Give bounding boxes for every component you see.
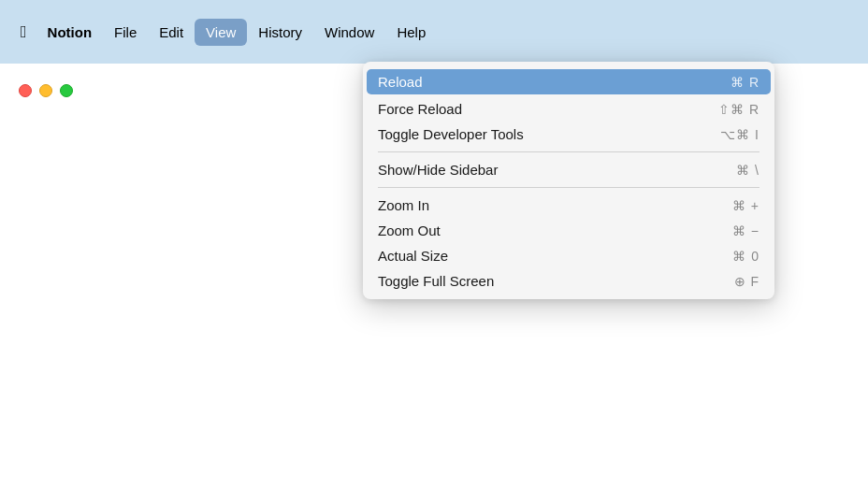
file-menu-item[interactable]: File bbox=[103, 19, 148, 46]
apple-menu-item[interactable]:  bbox=[11, 17, 36, 48]
menu-item-toggle-fullscreen-label: Toggle Full Screen bbox=[378, 273, 494, 289]
menu-item-show-hide-sidebar[interactable]: Show/Hide Sidebar ⌘ \ bbox=[363, 157, 774, 182]
menu-item-zoom-out-label: Zoom Out bbox=[378, 223, 441, 238]
menu-item-reload[interactable]: Reload ⌘ R bbox=[367, 69, 771, 94]
menu-item-zoom-out[interactable]: Zoom Out ⌘ − bbox=[363, 218, 774, 243]
menu-item-force-reload-shortcut: ⇧⌘ R bbox=[718, 102, 760, 117]
menu-item-reload-label: Reload bbox=[378, 74, 423, 90]
menu-item-actual-size-shortcut: ⌘ 0 bbox=[732, 249, 760, 264]
menu-item-zoom-in-shortcut: ⌘ + bbox=[732, 198, 760, 213]
history-menu-item[interactable]: History bbox=[247, 19, 313, 46]
close-button[interactable] bbox=[19, 84, 32, 97]
help-menu-item[interactable]: Help bbox=[385, 19, 437, 46]
view-menu-item[interactable]: View bbox=[195, 19, 247, 46]
maximize-button[interactable] bbox=[60, 84, 73, 97]
menu-item-zoom-in-label: Zoom In bbox=[378, 197, 429, 213]
menu-item-actual-size-label: Actual Size bbox=[378, 248, 448, 264]
separator-1 bbox=[378, 151, 760, 152]
menu-item-force-reload[interactable]: Force Reload ⇧⌘ R bbox=[363, 96, 774, 122]
menu-item-show-hide-sidebar-label: Show/Hide Sidebar bbox=[378, 162, 498, 178]
app-content-area: Reload ⌘ R Force Reload ⇧⌘ R Toggle Deve… bbox=[0, 64, 868, 503]
menu-item-toggle-fullscreen[interactable]: Toggle Full Screen ⊕ F bbox=[363, 268, 774, 294]
menu-bar:  Notion File Edit View History Window H… bbox=[0, 0, 868, 64]
menu-item-zoom-out-shortcut: ⌘ − bbox=[732, 223, 760, 238]
menu-item-actual-size[interactable]: Actual Size ⌘ 0 bbox=[363, 243, 774, 268]
view-dropdown-menu: Reload ⌘ R Force Reload ⇧⌘ R Toggle Deve… bbox=[363, 62, 774, 299]
traffic-lights bbox=[19, 84, 73, 97]
menu-item-toggle-devtools[interactable]: Toggle Developer Tools ⌥⌘ I bbox=[363, 122, 774, 147]
menu-item-toggle-devtools-label: Toggle Developer Tools bbox=[378, 126, 524, 142]
menu-item-toggle-devtools-shortcut: ⌥⌘ I bbox=[720, 127, 760, 142]
menu-item-zoom-in[interactable]: Zoom In ⌘ + bbox=[363, 193, 774, 218]
edit-menu-item[interactable]: Edit bbox=[148, 19, 195, 46]
separator-2 bbox=[378, 187, 760, 188]
minimize-button[interactable] bbox=[39, 84, 52, 97]
menu-item-reload-shortcut: ⌘ R bbox=[731, 75, 760, 90]
menu-item-show-hide-sidebar-shortcut: ⌘ \ bbox=[736, 163, 760, 178]
window-menu-item[interactable]: Window bbox=[313, 19, 385, 46]
menu-item-force-reload-label: Force Reload bbox=[378, 101, 462, 117]
menu-item-toggle-fullscreen-shortcut: ⊕ F bbox=[734, 274, 760, 289]
notion-menu-item[interactable]: Notion bbox=[36, 19, 103, 46]
